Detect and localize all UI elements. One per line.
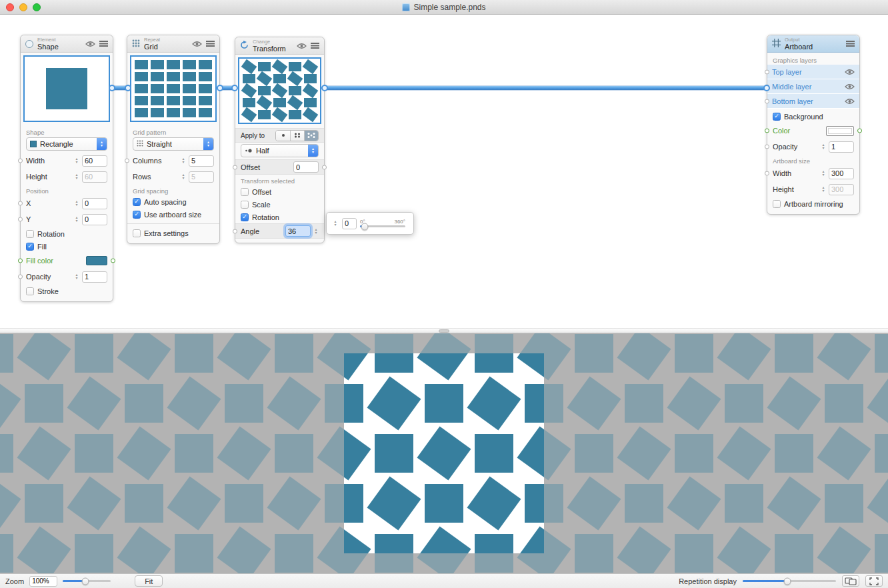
fill-checkbox[interactable] [26, 243, 34, 251]
zoom-window-button[interactable] [33, 3, 41, 11]
height-stepper[interactable] [74, 173, 79, 180]
fit-button[interactable]: Fit [135, 575, 163, 587]
layer-row-middle[interactable]: Middle layer [767, 79, 859, 94]
menu-icon[interactable] [311, 43, 319, 49]
columns-stepper[interactable] [181, 157, 186, 164]
shape-output-port[interactable] [109, 85, 115, 91]
rows-stepper[interactable] [181, 173, 186, 180]
layer-row-bottom[interactable]: Bottom layer [767, 94, 859, 109]
artboard-layer-input-port[interactable] [763, 85, 770, 91]
use-artboard-size-checkbox[interactable] [133, 211, 141, 219]
apply-to-segment-0[interactable] [276, 131, 290, 141]
artboard-opacity-stepper[interactable] [821, 143, 826, 150]
node-editor-canvas[interactable]: Element Shape Shape Rectangle Width [0, 15, 888, 328]
width-stepper[interactable] [74, 157, 79, 164]
artboard-width-input[interactable] [829, 168, 854, 179]
rotation-checkbox[interactable] [241, 213, 249, 221]
menu-icon[interactable] [99, 41, 108, 47]
angle-slider[interactable] [360, 225, 405, 227]
grid-node-header[interactable]: Repeat Grid [127, 35, 219, 53]
artboard-height-input[interactable] [829, 184, 854, 195]
fill-color-input-port[interactable] [18, 259, 23, 263]
offset-input-port[interactable] [233, 165, 237, 169]
opacity-input[interactable] [82, 271, 107, 283]
eye-icon[interactable] [297, 43, 307, 49]
top-layer-port[interactable] [765, 69, 769, 74]
color-output-port[interactable] [857, 129, 862, 133]
background-color-swatch[interactable] [826, 126, 854, 136]
zoom-slider[interactable] [63, 580, 111, 582]
x-input[interactable] [82, 198, 107, 209]
close-window-button[interactable] [6, 3, 14, 11]
transform-output-port[interactable] [321, 85, 328, 91]
width-input[interactable] [82, 155, 107, 167]
bottom-layer-port[interactable] [765, 99, 769, 103]
y-port[interactable] [18, 217, 23, 222]
extra-settings-checkbox[interactable] [133, 229, 141, 237]
zoom-input[interactable] [29, 576, 57, 587]
transform-input-port[interactable] [231, 85, 238, 91]
layer-row-top[interactable]: Top layer [767, 65, 859, 79]
grid-input-port[interactable] [125, 85, 131, 91]
opacity-stepper[interactable] [74, 273, 79, 280]
fullscreen-button[interactable] [865, 575, 883, 587]
apply-to-segment-2[interactable] [304, 131, 318, 141]
node-shape[interactable]: Element Shape Shape Rectangle Width [20, 35, 113, 302]
eye-icon[interactable] [845, 98, 855, 105]
repetition-slider-thumb[interactable] [784, 577, 791, 585]
angle-port[interactable] [233, 229, 237, 233]
shape-node-header[interactable]: Element Shape [21, 35, 113, 53]
artboard-opacity-input[interactable] [829, 141, 854, 153]
color-input-port[interactable] [765, 129, 769, 133]
grid-output-port[interactable] [217, 85, 223, 91]
artboard-mirroring-checkbox[interactable] [773, 200, 781, 208]
x-port[interactable] [18, 201, 23, 206]
node-transform[interactable]: Change Transform Apply to Half [235, 37, 325, 243]
fill-color-output-port[interactable] [111, 259, 115, 263]
zoom-slider-thumb[interactable] [81, 577, 89, 585]
angle-slider-thumb[interactable] [361, 223, 368, 230]
artboard-width-port[interactable] [765, 171, 769, 176]
rotation-checkbox[interactable] [26, 230, 34, 238]
y-input[interactable] [82, 214, 107, 225]
menu-icon[interactable] [206, 41, 215, 47]
popover-value-input[interactable] [342, 218, 357, 229]
artboard-width-stepper[interactable] [821, 170, 826, 177]
apply-to-segment-1[interactable] [290, 131, 304, 141]
wire-transform-artboard[interactable] [324, 86, 765, 90]
width-port[interactable] [18, 159, 23, 163]
repetition-slider[interactable] [743, 580, 836, 582]
transform-node-header[interactable]: Change Transform [235, 37, 324, 55]
artboard-opacity-port[interactable] [765, 145, 769, 149]
opacity-port[interactable] [18, 275, 23, 279]
x-stepper[interactable] [74, 200, 79, 207]
angle-stepper[interactable] [313, 228, 319, 235]
popover-stepper[interactable] [332, 220, 339, 227]
y-stepper[interactable] [74, 216, 79, 223]
grid-pattern-select[interactable]: Straight [133, 137, 214, 151]
eye-icon[interactable] [845, 69, 855, 75]
artboard-height-stepper[interactable] [821, 186, 826, 193]
scale-checkbox[interactable] [241, 201, 249, 209]
pattern-canvas[interactable] [0, 333, 888, 573]
display-mode-button[interactable] [842, 575, 859, 587]
auto-spacing-checkbox[interactable] [133, 198, 141, 206]
angle-input[interactable] [285, 225, 311, 237]
fill-color-swatch[interactable] [86, 256, 107, 265]
offset-checkbox[interactable] [241, 188, 249, 196]
editor-canvas-splitter[interactable] [0, 328, 888, 333]
background-checkbox[interactable] [773, 113, 781, 121]
offset-output-port[interactable] [322, 165, 327, 169]
eye-icon[interactable] [85, 41, 95, 47]
node-artboard[interactable]: Output Artboard Graphics layers Top laye… [767, 35, 860, 215]
shape-type-select[interactable]: Rectangle [26, 137, 107, 151]
offset-input[interactable] [293, 161, 319, 173]
rows-input[interactable] [189, 171, 214, 183]
artboard-node-header[interactable]: Output Artboard [767, 35, 859, 53]
columns-input[interactable] [189, 155, 214, 167]
minimize-window-button[interactable] [19, 3, 27, 11]
columns-port[interactable] [125, 159, 129, 163]
menu-icon[interactable] [846, 41, 855, 47]
selection-pattern-select[interactable]: Half [241, 144, 319, 157]
eye-icon[interactable] [845, 83, 855, 90]
